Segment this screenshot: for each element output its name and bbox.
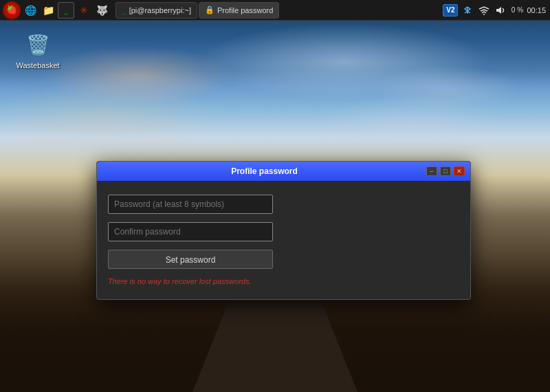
battery-text: 0 %: [512, 6, 523, 14]
dialog-controls: − □ ✕: [426, 166, 465, 176]
terminal-app-label: [pi@raspberrypi:~]: [129, 6, 191, 14]
minimize-button[interactable]: −: [426, 166, 437, 176]
volume-icon[interactable]: [494, 3, 507, 17]
dialog-title: Profile password: [102, 166, 426, 176]
dialog-titlebar: Profile password − □ ✕: [97, 162, 470, 181]
bluetooth-icon[interactable]: [461, 3, 474, 17]
warning-text: There is no way to recover lost password…: [108, 277, 459, 285]
browser-icon[interactable]: 🌐: [22, 2, 38, 19]
files-icon[interactable]: 📁: [40, 2, 56, 19]
close-button[interactable]: ✕: [454, 166, 465, 176]
set-password-button[interactable]: Set password: [108, 250, 273, 269]
wastebasket-label: Wastebasket: [16, 61, 59, 69]
maximize-button[interactable]: □: [440, 166, 451, 176]
taskbar-tray: V2: [439, 3, 550, 17]
profile-password-app-button[interactable]: 🔒 Profile password: [199, 2, 279, 19]
profile-password-dialog: Profile password − □ ✕ Set password Ther…: [96, 161, 471, 300]
wastebasket-icon[interactable]: 🗑️ Wastebasket: [14, 31, 62, 69]
wastebasket-img: 🗑️: [24, 31, 52, 58]
vnc-icon[interactable]: V2: [443, 4, 458, 17]
terminal-icon[interactable]: _: [58, 2, 74, 19]
dialog-content: Set password There is no way to recover …: [97, 181, 470, 299]
password-input[interactable]: [108, 195, 273, 214]
taskbar: 🍓 🌐 📁 _ ✳ 🐺: [0, 0, 550, 21]
taskbar-apps: _ [pi@raspberrypi:~] 🔒 Profile password: [113, 2, 439, 19]
confirm-password-input[interactable]: [108, 222, 273, 241]
raspberry-menu-button[interactable]: 🍓: [3, 1, 21, 19]
set-password-label: Set password: [166, 255, 216, 265]
clock: 00:15: [527, 6, 546, 14]
profile-password-app-label: Profile password: [217, 6, 273, 14]
svg-point-0: [483, 14, 485, 15]
desktop: 🍓 🌐 📁 _ ✳ 🐺: [0, 0, 550, 392]
clock-time: 00:15: [527, 6, 546, 14]
network-icon[interactable]: [477, 3, 491, 17]
security-icon[interactable]: 🐺: [94, 2, 110, 19]
battery-indicator: 0 %: [510, 3, 524, 17]
settings-icon[interactable]: ✳: [76, 2, 92, 19]
terminal-app-button[interactable]: _ [pi@raspberrypi:~]: [116, 2, 197, 19]
taskbar-left: 🍓 🌐 📁 _ ✳ 🐺: [0, 1, 113, 19]
